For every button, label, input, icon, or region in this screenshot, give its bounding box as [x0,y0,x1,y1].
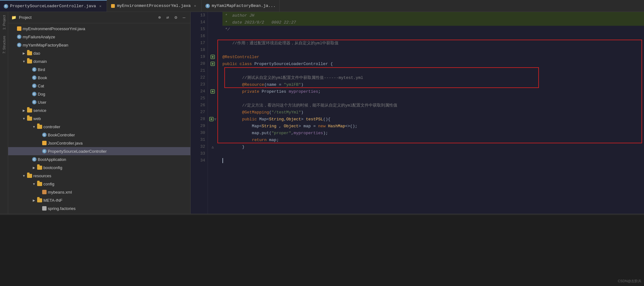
tree-label: controller [43,124,60,129]
gutter-28[interactable]: ▽ [208,116,217,123]
code-line-18 [222,47,644,53]
tree-item-failure-analyze[interactable]: C myFailureAnalyze [8,33,190,41]
tree-label: Dog [38,92,45,96]
file-icon-c-dog: C [32,92,36,96]
code-line-13: * author JH [222,12,644,19]
tree-item-cat[interactable]: C Cat [8,82,190,90]
gutter-20[interactable] [208,60,217,67]
tree-item-boot-app[interactable]: C BootApplication [8,155,190,163]
tree-item-book[interactable]: C Book [8,74,190,82]
code-line-17: //作用：通过配置环境后处理器，从自定义的yml中获取值 [222,40,644,47]
bean-icon-28[interactable] [209,117,214,121]
ln-16: 16 [193,33,205,40]
bean-icon-19[interactable] [210,55,215,59]
tree-label: web [33,116,41,121]
ln-32: 32 [193,143,205,150]
folder-icon-service [27,108,32,113]
tree-label: Bird [38,67,45,72]
tab-icon-c-3: C [205,4,210,8]
tree-item-psl-controller[interactable]: C PropertySourceLoaderController [8,147,190,155]
tree-item-dao[interactable]: ▶ dao [8,49,190,57]
tree-item-user[interactable]: C User [8,98,190,106]
tab-label-1: PropertySourceLoaderController.java [10,4,96,8]
ln-34: 34 [193,157,205,164]
tree-item-bootconfig[interactable]: ▶ bootconfig [8,163,190,172]
left-vert-tab-project[interactable]: 1: Project [1,12,7,33]
file-icon-c: C [17,35,21,39]
tree-item-config[interactable]: ▼ config [8,180,190,188]
bean-icon-24[interactable] [210,89,215,94]
tree-item-env-processor[interactable]: myEnvironmentProcessorYml.java [8,25,190,33]
sidebar-header: 📁 Project ⊕ ⇄ ⚙ — [8,12,190,23]
tree-item-controller[interactable]: ▼ controller [8,123,190,131]
tab-icon-c: C [4,4,8,8]
ln-26: 26 [193,102,205,109]
gutter-19[interactable] [208,53,217,60]
tree-content[interactable]: myEnvironmentProcessorYml.java C myFailu… [8,23,190,214]
sidebar-icon-minimize[interactable]: — [181,14,187,21]
tab-yaml-factory[interactable]: C myYamlMapFactoryBean.ja... [202,0,280,12]
gutter-30 [208,129,217,136]
collapse-28[interactable]: ▽ [214,117,216,121]
sidebar-icon-gear[interactable]: ⚙ [173,14,179,21]
ln-14: 14 [193,19,205,26]
file-icon-c-cat: C [32,84,36,88]
tree-item-book-controller[interactable]: C BookController [8,131,190,139]
tree-label: spring.factories [48,206,76,211]
gutter-32[interactable]: △ [208,143,217,150]
tree-item-meta-inf[interactable]: ▶ META-INF [8,196,190,204]
left-vert-tabs: 1: Project 7: Structure [0,12,8,214]
gutter-24[interactable] [208,88,217,95]
tree-item-mybeans[interactable]: mybeans.xml [8,188,190,196]
sidebar-icon-globe[interactable]: ⊕ [156,14,163,21]
tree-item-domain[interactable]: ▼ domain [8,57,190,65]
tab-my-env-processor[interactable]: myEnvironmentProcessorYml.java ✕ [107,0,202,12]
code-line-14: * date 2023/8/2 0002 22:27 [222,19,644,26]
tree-label: service [33,108,46,113]
ln-13: 13 [193,12,205,19]
sidebar-icon-split[interactable]: ⇄ [165,14,171,21]
code-line-28: public Map<String,Object> testPSL(){ [222,116,644,123]
tree-item-spring-factories[interactable]: spring.factories [8,204,190,212]
tree-item-json-controller[interactable]: JsonController.java [8,139,190,147]
code-line-20: public class PropertySourceLoaderControl… [222,60,644,67]
tree-item-dog[interactable]: C Dog [8,90,190,98]
tree-label: BookController [48,133,75,137]
file-icon-c-bookctrl: C [42,133,47,137]
tree-item-yaml-factory[interactable]: C myYamlMapFactoryBean [8,41,190,49]
tab-bar: C PropertySourceLoaderController.java ✕ … [0,0,644,12]
left-vert-tab-structure[interactable]: 7: Structure [1,33,7,57]
tab-label-2: myEnvironmentProcessorYml.java [117,3,191,8]
tab-close-1[interactable]: ✕ [98,4,103,9]
tab-label-3: myYamlMapFactoryBean.ja... [212,3,276,8]
tree-item-service[interactable]: ▶ service [8,106,190,114]
code-line-22: //测试从自定义的yml配置文件中获取属性值------mytest.yml [222,74,644,81]
folder-icon-config [37,182,42,186]
gutter-16 [208,33,217,40]
ln-21: 21 [193,67,205,74]
ln-31: 31 [193,136,205,143]
code-area[interactable]: * author JH * date 2023/8/2 0002 22:27 *… [217,12,644,214]
tab-close-2[interactable]: ✕ [193,3,198,8]
watermark: CSDN@左阶兵 [618,279,641,283]
code-line-27: @GetMapping("/testMyYml") [222,109,644,116]
arrow-config: ▼ [32,182,36,186]
ide-window: C PropertySourceLoaderController.java ✕ … [0,0,644,215]
bean-icon-20[interactable] [210,62,215,66]
tree-item-web[interactable]: ▼ web [8,114,190,123]
arrow-dao: ▶ [22,51,26,55]
tree-item-bird[interactable]: C Bird [8,65,190,74]
tab-property-source-loader[interactable]: C PropertySourceLoaderController.java ✕ [0,0,107,12]
file-icon-java-jsonctrl [42,141,47,145]
tree-label: BootApplication [38,157,66,162]
code-line-25 [222,95,644,102]
tree-label: myEnvironmentProcessorYml.java [23,26,85,31]
tree-item-resources[interactable]: ▼ resources [8,172,190,180]
arrow-bootconfig: ▶ [32,166,36,169]
gutter-21 [208,67,217,74]
code-line-15: */ [222,26,644,33]
code-content[interactable]: 13 14 15 16 17 18 19 20 21 22 23 24 25 2… [191,12,644,214]
folder-icon-controller [37,125,42,129]
collapse-32[interactable]: △ [212,145,214,149]
gutter-34 [208,157,217,164]
